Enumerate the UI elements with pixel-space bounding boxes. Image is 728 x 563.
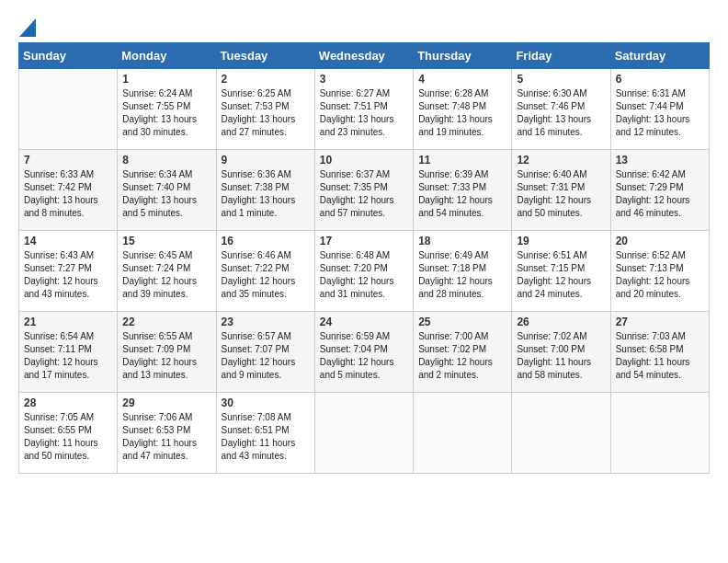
day-info: Sunrise: 6:51 AM Sunset: 7:15 PM Dayligh… (517, 249, 605, 301)
day-info: Sunrise: 6:33 AM Sunset: 7:42 PM Dayligh… (24, 168, 112, 220)
calendar-cell: 10Sunrise: 6:37 AM Sunset: 7:35 PM Dayli… (314, 150, 413, 231)
calendar-cell: 26Sunrise: 7:02 AM Sunset: 7:00 PM Dayli… (512, 312, 610, 393)
day-number: 23 (222, 316, 310, 328)
day-number: 30 (222, 396, 310, 409)
day-number: 28 (24, 396, 112, 409)
calendar-cell: 22Sunrise: 6:55 AM Sunset: 7:09 PM Dayli… (118, 312, 216, 393)
calendar-cell: 5Sunrise: 6:30 AM Sunset: 7:46 PM Daylig… (512, 69, 610, 150)
day-number: 15 (122, 235, 210, 247)
day-info: Sunrise: 7:02 AM Sunset: 7:00 PM Dayligh… (517, 330, 605, 382)
day-number: 20 (616, 235, 704, 247)
calendar-cell: 27Sunrise: 7:03 AM Sunset: 6:58 PM Dayli… (610, 312, 709, 393)
day-info: Sunrise: 7:05 AM Sunset: 6:55 PM Dayligh… (24, 411, 112, 463)
day-number: 29 (122, 396, 210, 409)
calendar-cell: 11Sunrise: 6:39 AM Sunset: 7:33 PM Dayli… (414, 150, 512, 231)
day-info: Sunrise: 6:55 AM Sunset: 7:09 PM Dayligh… (122, 330, 210, 382)
day-info: Sunrise: 6:30 AM Sunset: 7:46 PM Dayligh… (517, 87, 605, 139)
day-number: 1 (122, 73, 210, 86)
calendar-cell: 1Sunrise: 6:24 AM Sunset: 7:55 PM Daylig… (118, 69, 216, 150)
day-info: Sunrise: 6:49 AM Sunset: 7:18 PM Dayligh… (418, 249, 506, 301)
day-info: Sunrise: 7:06 AM Sunset: 6:53 PM Dayligh… (122, 411, 210, 463)
day-number: 11 (418, 154, 506, 167)
calendar-cell: 7Sunrise: 6:33 AM Sunset: 7:42 PM Daylig… (19, 150, 118, 231)
day-info: Sunrise: 6:48 AM Sunset: 7:20 PM Dayligh… (320, 249, 408, 301)
calendar-cell: 29Sunrise: 7:06 AM Sunset: 6:53 PM Dayli… (118, 393, 216, 474)
day-number: 2 (222, 73, 310, 86)
calendar-cell: 6Sunrise: 6:31 AM Sunset: 7:44 PM Daylig… (610, 69, 709, 150)
header-day-tuesday: Tuesday (216, 43, 314, 69)
day-info: Sunrise: 6:28 AM Sunset: 7:48 PM Dayligh… (418, 87, 506, 139)
calendar-cell (314, 393, 413, 474)
day-number: 5 (517, 73, 605, 86)
day-number: 21 (24, 316, 112, 328)
day-number: 19 (517, 235, 605, 247)
day-info: Sunrise: 6:37 AM Sunset: 7:35 PM Dayligh… (320, 168, 408, 220)
day-number: 24 (320, 316, 408, 328)
header-day-monday: Monday (118, 43, 216, 69)
calendar-cell: 14Sunrise: 6:43 AM Sunset: 7:27 PM Dayli… (19, 231, 118, 312)
calendar-header-row: SundayMondayTuesdayWednesdayThursdayFrid… (19, 43, 710, 69)
day-number: 17 (320, 235, 408, 247)
calendar-cell: 23Sunrise: 6:57 AM Sunset: 7:07 PM Dayli… (216, 312, 314, 393)
day-number: 18 (418, 235, 506, 247)
day-info: Sunrise: 6:25 AM Sunset: 7:53 PM Dayligh… (222, 87, 310, 139)
day-info: Sunrise: 6:24 AM Sunset: 7:55 PM Dayligh… (122, 87, 210, 139)
logo (18, 18, 37, 33)
calendar-cell: 21Sunrise: 6:54 AM Sunset: 7:11 PM Dayli… (19, 312, 118, 393)
day-number: 12 (517, 154, 605, 167)
day-info: Sunrise: 6:45 AM Sunset: 7:24 PM Dayligh… (122, 249, 210, 301)
calendar-cell: 2Sunrise: 6:25 AM Sunset: 7:53 PM Daylig… (216, 69, 314, 150)
calendar-cell: 12Sunrise: 6:40 AM Sunset: 7:31 PM Dayli… (512, 150, 610, 231)
calendar-cell: 18Sunrise: 6:49 AM Sunset: 7:18 PM Dayli… (414, 231, 512, 312)
calendar-week-4: 21Sunrise: 6:54 AM Sunset: 7:11 PM Dayli… (19, 312, 710, 393)
day-number: 3 (320, 73, 408, 86)
day-number: 16 (222, 235, 310, 247)
svg-marker-0 (19, 18, 36, 37)
calendar-cell (19, 69, 118, 150)
day-info: Sunrise: 6:57 AM Sunset: 7:07 PM Dayligh… (222, 330, 310, 382)
day-info: Sunrise: 6:27 AM Sunset: 7:51 PM Dayligh… (320, 87, 408, 139)
calendar-cell: 25Sunrise: 7:00 AM Sunset: 7:02 PM Dayli… (414, 312, 512, 393)
calendar-cell: 17Sunrise: 6:48 AM Sunset: 7:20 PM Dayli… (314, 231, 413, 312)
calendar-cell: 30Sunrise: 7:08 AM Sunset: 6:51 PM Dayli… (216, 393, 314, 474)
day-number: 10 (320, 154, 408, 167)
day-info: Sunrise: 6:59 AM Sunset: 7:04 PM Dayligh… (320, 330, 408, 382)
header-day-friday: Friday (512, 43, 610, 69)
day-number: 6 (616, 73, 704, 86)
calendar-cell: 4Sunrise: 6:28 AM Sunset: 7:48 PM Daylig… (414, 69, 512, 150)
day-info: Sunrise: 6:42 AM Sunset: 7:29 PM Dayligh… (616, 168, 704, 220)
header-day-thursday: Thursday (414, 43, 512, 69)
header-day-wednesday: Wednesday (314, 43, 413, 69)
day-info: Sunrise: 6:39 AM Sunset: 7:33 PM Dayligh… (418, 168, 506, 220)
day-info: Sunrise: 7:08 AM Sunset: 6:51 PM Dayligh… (222, 411, 310, 463)
day-number: 14 (24, 235, 112, 247)
day-info: Sunrise: 6:46 AM Sunset: 7:22 PM Dayligh… (222, 249, 310, 301)
calendar-cell: 15Sunrise: 6:45 AM Sunset: 7:24 PM Dayli… (118, 231, 216, 312)
day-info: Sunrise: 6:52 AM Sunset: 7:13 PM Dayligh… (616, 249, 704, 301)
calendar-cell: 19Sunrise: 6:51 AM Sunset: 7:15 PM Dayli… (512, 231, 610, 312)
calendar-week-5: 28Sunrise: 7:05 AM Sunset: 6:55 PM Dayli… (19, 393, 710, 474)
day-info: Sunrise: 6:34 AM Sunset: 7:40 PM Dayligh… (122, 168, 210, 220)
page-header (18, 18, 710, 33)
day-number: 7 (24, 154, 112, 167)
day-info: Sunrise: 6:31 AM Sunset: 7:44 PM Dayligh… (616, 87, 704, 139)
calendar-week-2: 7Sunrise: 6:33 AM Sunset: 7:42 PM Daylig… (19, 150, 710, 231)
calendar-week-3: 14Sunrise: 6:43 AM Sunset: 7:27 PM Dayli… (19, 231, 710, 312)
day-info: Sunrise: 6:54 AM Sunset: 7:11 PM Dayligh… (24, 330, 112, 382)
calendar-table: SundayMondayTuesdayWednesdayThursdayFrid… (18, 42, 710, 474)
day-number: 9 (222, 154, 310, 167)
day-number: 4 (418, 73, 506, 86)
day-number: 27 (616, 316, 704, 328)
calendar-cell (610, 393, 709, 474)
calendar-cell: 13Sunrise: 6:42 AM Sunset: 7:29 PM Dayli… (610, 150, 709, 231)
calendar-cell: 8Sunrise: 6:34 AM Sunset: 7:40 PM Daylig… (118, 150, 216, 231)
logo-triangle-icon (19, 18, 36, 37)
day-number: 22 (122, 316, 210, 328)
calendar-cell: 3Sunrise: 6:27 AM Sunset: 7:51 PM Daylig… (314, 69, 413, 150)
calendar-cell: 20Sunrise: 6:52 AM Sunset: 7:13 PM Dayli… (610, 231, 709, 312)
calendar-cell: 28Sunrise: 7:05 AM Sunset: 6:55 PM Dayli… (19, 393, 118, 474)
day-info: Sunrise: 6:36 AM Sunset: 7:38 PM Dayligh… (222, 168, 310, 220)
header-day-sunday: Sunday (19, 43, 118, 69)
day-info: Sunrise: 6:43 AM Sunset: 7:27 PM Dayligh… (24, 249, 112, 301)
calendar-week-1: 1Sunrise: 6:24 AM Sunset: 7:55 PM Daylig… (19, 69, 710, 150)
